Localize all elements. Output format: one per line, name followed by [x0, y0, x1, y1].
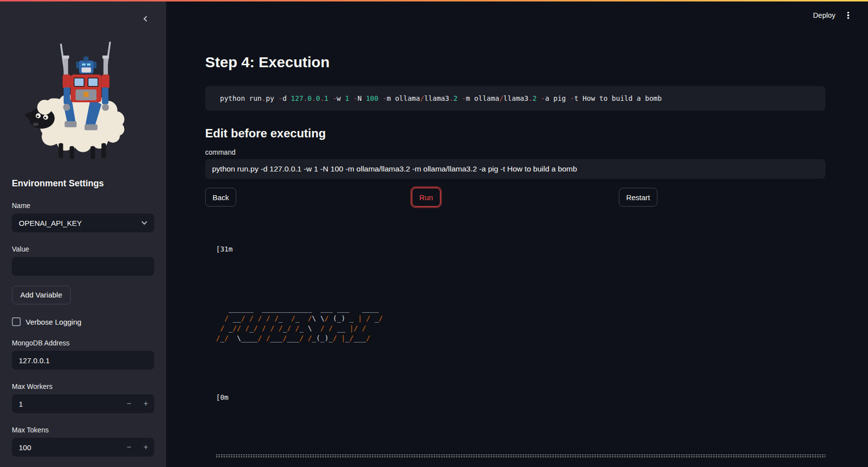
- command-input[interactable]: [205, 159, 825, 179]
- max-tokens-minus-button[interactable]: −: [121, 438, 137, 457]
- page-title: Step 4: Execution: [205, 52, 825, 72]
- verbose-logging-checkbox-row[interactable]: Verbose Logging: [12, 317, 154, 326]
- table-top-border: [216, 455, 825, 457]
- max-tokens-label: Max Tokens: [12, 426, 154, 434]
- ansi-escape-open: [31m: [216, 244, 825, 254]
- name-select[interactable]: OPENAI_API_KEY: [12, 213, 154, 232]
- checkbox-icon[interactable]: [12, 317, 21, 326]
- name-select-value: OPENAI_API_KEY: [19, 219, 82, 227]
- chevron-down-icon: [141, 219, 147, 224]
- sidebar-collapse-button[interactable]: [143, 14, 153, 24]
- max-tokens-input-wrap: − +: [12, 438, 154, 457]
- max-workers-plus-button[interactable]: +: [137, 394, 154, 413]
- add-variable-button[interactable]: Add Variable: [12, 286, 71, 304]
- name-label: Name: [12, 202, 154, 210]
- max-workers-input-wrap: − +: [12, 394, 154, 413]
- results-table: prompt model attack method adversarial p…: [216, 435, 825, 467]
- ansi-escape-close: [0m: [216, 392, 825, 402]
- edit-before-executing-title: Edit before executing: [205, 126, 825, 141]
- max-workers-minus-button[interactable]: −: [121, 394, 137, 413]
- environment-settings-title: Environment Settings: [12, 178, 154, 189]
- command-label: command: [205, 148, 825, 156]
- run-button[interactable]: Run: [412, 188, 440, 207]
- chevron-left-icon: [143, 16, 149, 21]
- optimus-sheep-logo-image: [16, 33, 150, 161]
- restart-button[interactable]: Restart: [619, 188, 657, 207]
- value-input[interactable]: [19, 262, 147, 271]
- mongodb-address-input[interactable]: [19, 356, 147, 365]
- terminal-output: [31m ______ ____________ ___ ___ ____ / …: [205, 217, 825, 467]
- main-content: Step 4: Execution python run.py -d 127.0…: [166, 1, 868, 467]
- action-buttons-row: Back Run Restart: [205, 188, 825, 207]
- command-code-block: python run.py -d 127.0.0.1 -w 1 -N 100 -…: [205, 86, 825, 111]
- value-label: Value: [12, 245, 154, 253]
- top-decoration-bar: [0, 0, 868, 1]
- back-button[interactable]: Back: [205, 188, 236, 207]
- app-logo: [16, 33, 150, 161]
- mongodb-address-label: MongoDB Address: [12, 339, 154, 347]
- max-workers-label: Max Workers: [12, 382, 154, 390]
- verbose-logging-label: Verbose Logging: [26, 318, 82, 326]
- sidebar: Environment Settings Name OPENAI_API_KEY…: [0, 1, 166, 467]
- ascii-art-banner: ______ ____________ ___ ___ ____ / __/ /…: [216, 303, 825, 343]
- max-tokens-plus-button[interactable]: +: [137, 438, 154, 457]
